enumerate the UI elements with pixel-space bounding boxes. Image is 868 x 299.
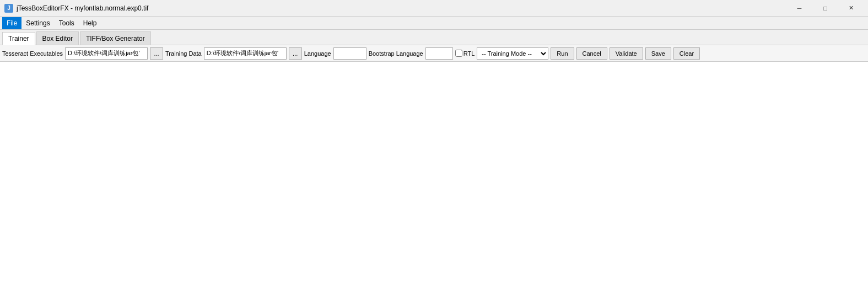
tab-box-editor[interactable]: Box Editor <box>36 31 79 45</box>
app-icon: J <box>4 4 13 13</box>
title-bar-left: J jTessBoxEditorFX - myfontlab.normal.ex… <box>4 4 148 13</box>
title-text: jTessBoxEditorFX - myfontlab.normal.exp0… <box>17 4 148 12</box>
toolbar: Tesseract Executables ... Training Data … <box>0 45 868 62</box>
training-data-label: Training Data <box>165 50 202 57</box>
rtl-container: RTL <box>455 50 475 57</box>
menu-item-help[interactable]: Help <box>79 17 101 29</box>
menu-item-settings[interactable]: Settings <box>21 17 54 29</box>
tab-tiff-box-generator[interactable]: TIFF/Box Generator <box>80 31 151 45</box>
bootstrap-language-input[interactable] <box>425 47 453 60</box>
cancel-button[interactable]: Cancel <box>576 47 607 60</box>
tesseract-executables-label: Tesseract Executables <box>2 50 63 57</box>
menu-item-file[interactable]: File <box>2 17 21 29</box>
tab-bar: Trainer Box Editor TIFF/Box Generator <box>0 30 868 45</box>
validate-button[interactable]: Validate <box>610 47 643 60</box>
training-data-path-input[interactable] <box>204 47 287 60</box>
run-button[interactable]: Run <box>551 47 574 60</box>
rtl-label: RTL <box>463 50 475 57</box>
language-input[interactable] <box>333 47 366 60</box>
clear-button[interactable]: Clear <box>673 47 700 60</box>
main-content <box>0 62 868 299</box>
rtl-checkbox[interactable] <box>455 50 462 57</box>
title-bar: J jTessBoxEditorFX - myfontlab.normal.ex… <box>0 0 868 17</box>
browse-exe-button[interactable]: ... <box>150 47 163 60</box>
minimize-button[interactable]: ─ <box>787 3 812 14</box>
window-controls: ─ □ ✕ <box>787 3 864 14</box>
browse-data-button[interactable]: ... <box>289 47 302 60</box>
menu-item-tools[interactable]: Tools <box>55 17 79 29</box>
bootstrap-language-label: Bootstrap Language <box>369 50 423 57</box>
tesseract-path-input[interactable] <box>65 47 148 60</box>
training-mode-select[interactable]: -- Training Mode -- Train from scratch T… <box>477 47 548 60</box>
close-button[interactable]: ✕ <box>839 3 864 14</box>
maximize-button[interactable]: □ <box>813 3 838 14</box>
language-label: Language <box>304 50 331 57</box>
menu-bar: File Settings Tools Help <box>0 17 868 30</box>
save-button[interactable]: Save <box>645 47 671 60</box>
tab-trainer[interactable]: Trainer <box>2 32 35 45</box>
